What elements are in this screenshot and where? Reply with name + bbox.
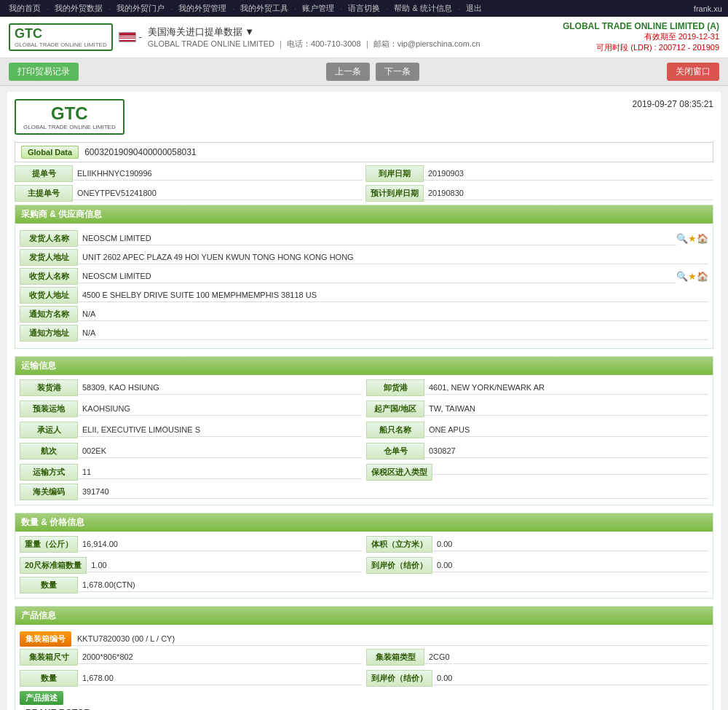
page-title: 美国海关进口提单数据 ▼ [148, 25, 480, 39]
quantity-section-header: 数量 & 价格信息 [15, 513, 713, 532]
volume-field: 体积（立方米） 0.00 [366, 536, 708, 553]
origin-country-field: 起产国/地区 TW, TAIWAN [366, 401, 708, 417]
bill-number-field: 提单号 ELIIKHHNYC190996 [15, 165, 363, 182]
price-value: 0.00 [432, 559, 708, 572]
container-size-field: 集装箱尺寸 2000*806*802 [20, 649, 362, 666]
carrier-label: 承运人 [20, 422, 78, 438]
product-desc-label: 产品描述 [20, 691, 63, 705]
flag-selector[interactable]: - [119, 32, 142, 42]
toolbar-top: 打印贸易记录 上一条 下一条 关闭窗口 [0, 58, 728, 86]
shipper-name-value: NEOSCM LIMITED [78, 232, 676, 245]
username: frank.xu [694, 4, 722, 13]
quantity-field: 数量 1,678.00(CTN) [20, 577, 708, 593]
voyage-value: 002EK [78, 444, 362, 458]
voyage-label: 航次 [20, 443, 78, 459]
nav-my-data[interactable]: 我的外贸数据 [55, 3, 103, 14]
consignee-name-field: 收货人名称 NEOSCM LIMITED 🔍 ★ 🏠 [20, 268, 708, 285]
bill-label: 提单号 [15, 165, 73, 182]
container20-label: 20尺标准箱数量 [20, 557, 87, 574]
nav-language[interactable]: 语言切换 [348, 3, 380, 14]
shipper-search-icon[interactable]: 🔍 [676, 233, 688, 244]
warehouse-field: 仓单号 030827 [366, 443, 708, 459]
notify-name-label: 通知方名称 [20, 306, 78, 323]
notify-name-value: N/A [78, 307, 708, 321]
top-navigation: 我的首页 · 我的外贸数据 · 我的外贸门户 · 我的外贸管理 · 我的外贸工具… [0, 0, 728, 17]
nav-tools[interactable]: 我的外贸工具 [240, 3, 288, 14]
product-price-label: 到岸价（结价） [366, 670, 432, 687]
nav-management[interactable]: 我的外贸管理 [178, 3, 226, 14]
shipper-home-icon[interactable]: 🏠 [697, 233, 708, 244]
consignee-search-icon[interactable]: 🔍 [676, 271, 688, 282]
global-data-value: 60032019090400000058031 [84, 147, 197, 157]
notify-addr-label: 通知方地址 [20, 325, 78, 342]
consignee-home-icon[interactable]: 🏠 [697, 271, 708, 282]
doc-logo-subtext: GLOBAL TRADE ONLINE LIMITED [23, 124, 116, 130]
consignee-addr-field: 收货人地址 4500 E SHELBY DRIVE SUITE 100 MEMP… [20, 287, 708, 304]
consignee-name-value: NEOSCM LIMITED [78, 269, 676, 283]
buyer-section: 采购商 & 供应商信息 发货人名称 NEOSCM LIMITED 🔍 ★ 🏠 发… [15, 205, 713, 349]
volume-value: 0.00 [432, 537, 708, 551]
quantity-section: 数量 & 价格信息 重量（公斤） 16,914.00 体积（立方米） 0.00 … [15, 513, 713, 599]
container20-field: 20尺标准箱数量 1.00 [20, 557, 362, 574]
nav-help[interactable]: 帮助 & 统计信息 [394, 3, 451, 14]
bonded-value [432, 470, 708, 475]
global-data-badge: Global Data [21, 146, 79, 159]
dest-port-field: 卸货港 4601, NEW YORK/NEWARK AR [366, 379, 708, 396]
volume-label: 体积（立方米） [366, 536, 432, 553]
dest-port-label: 卸货港 [366, 379, 424, 396]
master-bill-label: 主提单号 [15, 185, 73, 202]
origin-port-field: 装货港 58309, KAO HSIUNG [20, 379, 362, 396]
vessel-label: 船只名称 [366, 422, 424, 438]
product-quantity-value: 1,678.00 [78, 671, 362, 685]
voyage-field: 航次 002EK [20, 443, 362, 459]
product-price-value: 0.00 [432, 671, 708, 685]
buyer-section-header: 采购商 & 供应商信息 [15, 205, 713, 224]
bill-info-grid: 提单号 ELIIKHHNYC190996 到岸日期 20190903 主提单号 … [15, 165, 713, 202]
product-section: 产品信息 集装箱编号 KKTU7820030 (00 / L / CY) 集装箱… [15, 606, 713, 710]
document-datetime: 2019-09-27 08:35:21 [633, 99, 713, 109]
transport-mode-field: 运输方式 11 [20, 464, 362, 481]
container-type-value: 2CG0 [424, 650, 708, 664]
document-container: GTC GLOBAL TRADE ONLINE LIMITED 2019-09-… [7, 92, 721, 710]
carrier-value: ELII, EXECUTIVE LIMOUSINE S [78, 423, 362, 437]
dest-port-value: 4601, NEW YORK/NEWARK AR [424, 381, 708, 395]
loading-place-field: 预装运地 KAOHSIUNG [20, 401, 362, 417]
container-type-label: 集装箱类型 [366, 649, 424, 666]
price-label: 到岸价（结价） [366, 557, 432, 574]
loading-place-value: KAOHSIUNG [78, 402, 362, 416]
master-bill-field: 主提单号 ONEYTPEV51241800 [15, 185, 363, 202]
quantity-label: 数量 [20, 577, 78, 593]
weight-label: 重量（公斤） [20, 536, 78, 553]
container-no-label: 集装箱编号 [20, 631, 71, 647]
eta-value: 20190830 [424, 186, 713, 200]
prev-button[interactable]: 上一条 [326, 63, 370, 81]
print-button[interactable]: 打印贸易记录 [9, 63, 79, 81]
logo: GTC GLOBAL TRADE ONLINE LIMITED [9, 23, 113, 51]
consignee-star-icon[interactable]: ★ [688, 271, 697, 282]
container-type-field: 集装箱类型 2CG0 [366, 649, 708, 666]
notify-name-field: 通知方名称 N/A [20, 306, 708, 323]
consignee-name-label: 收货人名称 [20, 268, 78, 285]
shipper-star-icon[interactable]: ★ [688, 233, 697, 244]
document-header: GTC GLOBAL TRADE ONLINE LIMITED 2019-09-… [15, 99, 713, 135]
bonded-label: 保税区进入类型 [366, 464, 432, 481]
arrival-date-label: 到岸日期 [365, 165, 424, 182]
nav-logout[interactable]: 退出 [466, 3, 482, 14]
shipper-addr-label: 发货人地址 [20, 249, 78, 266]
close-button[interactable]: 关闭窗口 [667, 63, 719, 81]
page-title-area: 美国海关进口提单数据 ▼ GLOBAL TRADE ONLINE LIMITED… [148, 25, 480, 50]
notify-addr-value: N/A [78, 326, 708, 340]
customs-code-field: 海关编码 391740 [20, 484, 708, 500]
next-button[interactable]: 下一条 [376, 63, 419, 81]
nav-portal[interactable]: 我的外贸门户 [116, 3, 165, 14]
container-no-field: 集装箱编号 KKTU7820030 (00 / L / CY) [20, 631, 708, 647]
quantity-value: 1,678.00(CTN) [78, 578, 708, 592]
shipper-name-label: 发货人名称 [20, 230, 78, 247]
weight-value: 16,914.00 [78, 537, 362, 551]
arrival-date-value: 20190903 [424, 167, 713, 181]
nav-home[interactable]: 我的首页 [9, 3, 41, 14]
price-field: 到岸价（结价） 0.00 [366, 557, 708, 574]
doc-logo-text: GTC [23, 103, 116, 124]
nav-account[interactable]: 账户管理 [302, 3, 334, 14]
warehouse-value: 030827 [424, 444, 708, 458]
